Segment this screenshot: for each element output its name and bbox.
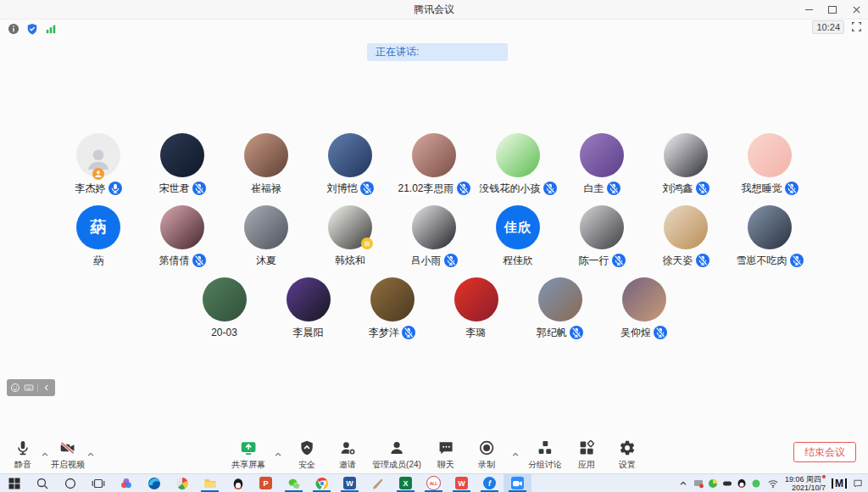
participant-tile[interactable]: 第倩倩: [141, 205, 225, 267]
windows-taskbar: PWXALLWf 19:06 周四 2021/10/7 M: [0, 473, 868, 492]
taskbar-clock[interactable]: 19:06 周四 2021/10/7: [785, 475, 826, 492]
action-center-icon[interactable]: [853, 478, 863, 489]
all-app-icon[interactable]: ALL: [420, 474, 448, 492]
collapse-chevron-icon[interactable]: [42, 383, 52, 393]
tencent-meeting-icon[interactable]: [504, 474, 531, 492]
excel-icon[interactable]: X: [392, 474, 420, 492]
search-button[interactable]: [28, 474, 56, 492]
participant-tile[interactable]: 郭纪帆: [518, 277, 602, 339]
participant-tile[interactable]: 吕小雨: [392, 205, 476, 267]
participant-name-row: 李梦洋: [369, 326, 415, 339]
start-video-button[interactable]: 开启视频: [51, 439, 85, 471]
participant-tile[interactable]: 陈一行: [560, 205, 644, 267]
flash-app-icon[interactable]: f: [476, 474, 504, 492]
chrome-icon[interactable]: [308, 474, 336, 492]
minimize-button[interactable]: [797, 0, 821, 19]
share-screen-button[interactable]: 共享屏幕: [231, 439, 265, 471]
edge-icon[interactable]: [140, 474, 168, 492]
task-view-button[interactable]: [84, 474, 112, 492]
participant-tile[interactable]: 吴仰煌: [602, 277, 686, 339]
avatar-initial-text: 佳欣: [504, 220, 531, 236]
participant-tile[interactable]: 韩炫和: [309, 205, 392, 267]
notification-dot: [822, 475, 826, 478]
participant-tile[interactable]: 李梦洋: [350, 277, 434, 339]
participant-tile[interactable]: 李晨阳: [266, 277, 350, 339]
participant-name: 郭纪帆: [537, 326, 567, 339]
emoji-reaction-icon[interactable]: [10, 383, 20, 393]
share-screen-button-chevron[interactable]: [274, 450, 282, 459]
participant-tile[interactable]: 李杰婷: [57, 133, 141, 195]
record-button[interactable]: 录制: [470, 439, 503, 471]
invite-button[interactable]: 邀请: [331, 439, 364, 471]
tray-screen-icon[interactable]: [693, 478, 704, 489]
security-button[interactable]: 安全: [291, 439, 323, 471]
docs-app-icon[interactable]: [112, 474, 140, 492]
participant-tile[interactable]: 崔福禄: [225, 133, 309, 195]
participant-tile[interactable]: 没钱花的小孩: [476, 133, 560, 195]
app-tile: X: [399, 477, 412, 489]
participant-tile[interactable]: 徐天姿: [644, 205, 728, 267]
mic-muted-icon: [607, 182, 620, 195]
tray-qq-icon[interactable]: [737, 478, 747, 489]
participant-name: 李杰婷: [75, 182, 106, 195]
wps-icon[interactable]: W: [448, 474, 476, 492]
fullscreen-button[interactable]: [851, 21, 862, 32]
settings-button[interactable]: 设置: [611, 439, 643, 471]
meeting-toolbar: 静音开启视频 共享屏幕安全邀请管理成员(24)聊天录制分组讨论应用设置 结束会议: [0, 434, 868, 473]
participant-name: 崔福禄: [251, 182, 281, 195]
camOff-icon: [59, 439, 76, 457]
mute-button[interactable]: 静音: [7, 439, 39, 471]
mute-button-chevron[interactable]: [41, 450, 49, 459]
toolbar-left-group: 静音开启视频: [7, 439, 95, 471]
caption-keyboard-icon[interactable]: [24, 383, 34, 393]
paint-app-icon[interactable]: [364, 474, 392, 492]
participant-tile[interactable]: 沐夏: [225, 205, 309, 267]
chat-button[interactable]: 聊天: [430, 439, 462, 471]
ime-indicator[interactable]: M: [832, 478, 847, 489]
apps-button[interactable]: 应用: [570, 439, 603, 471]
maximize-button[interactable]: [821, 0, 844, 19]
participant-tile[interactable]: 我想睡觉: [728, 133, 812, 195]
breakout-rooms-button[interactable]: 分组讨论: [528, 439, 562, 471]
participant-tile[interactable]: 佳欣程佳欣: [476, 205, 560, 267]
start-button[interactable]: [0, 474, 28, 492]
participant-name-row: 李晨阳: [293, 326, 324, 339]
avatar: 佳欣: [496, 205, 540, 249]
end-meeting-button[interactable]: 结束会议: [793, 442, 856, 462]
cortana-button[interactable]: [56, 474, 84, 492]
toolbar-item-label: 设置: [619, 459, 636, 471]
participant-tile[interactable]: 宋世君: [141, 133, 225, 195]
file-explorer-icon[interactable]: [196, 474, 224, 492]
participant-tile[interactable]: 20-03: [182, 277, 266, 339]
wifi-icon[interactable]: [767, 478, 779, 489]
participant-tile[interactable]: 刘鸿鑫: [644, 133, 728, 195]
participant-tile[interactable]: 蒳蒳: [57, 205, 141, 267]
record-button-chevron[interactable]: [511, 450, 520, 459]
close-button[interactable]: [844, 0, 868, 19]
wechat-icon[interactable]: [280, 474, 308, 492]
tray-expand-icon[interactable]: [679, 479, 687, 488]
qq-icon[interactable]: [224, 474, 252, 492]
start-video-button-chevron[interactable]: [86, 450, 95, 459]
info-icon[interactable]: [7, 22, 19, 35]
host-badge-icon: [92, 168, 104, 180]
participant-tile[interactable]: 白圭: [560, 133, 644, 195]
manage-members-button[interactable]: 管理成员(24): [372, 439, 421, 471]
pinwheel-app-icon[interactable]: [168, 474, 196, 492]
shield-check-icon[interactable]: [25, 22, 38, 35]
participant-tile[interactable]: 李璐: [434, 277, 518, 339]
avatar: [160, 205, 204, 249]
word-icon[interactable]: W: [336, 474, 364, 492]
participant-tile[interactable]: 21.02李思雨: [392, 133, 476, 195]
signal-strength-icon[interactable]: [44, 22, 57, 35]
participant-name: 程佳欣: [503, 254, 533, 267]
tray-dark-icon[interactable]: [722, 478, 732, 489]
avatar: [748, 205, 792, 249]
taskbar-app-icons: PWXALLWf: [0, 474, 531, 492]
powerpoint-icon[interactable]: P: [252, 474, 280, 492]
tray-360-icon[interactable]: [708, 478, 718, 489]
participant-name-row: 雪崽不吃肉: [737, 254, 804, 267]
participant-tile[interactable]: 刘博恺: [309, 133, 392, 195]
tray-wechat-icon[interactable]: [751, 478, 761, 489]
participant-tile[interactable]: 雪崽不吃肉: [728, 205, 812, 267]
